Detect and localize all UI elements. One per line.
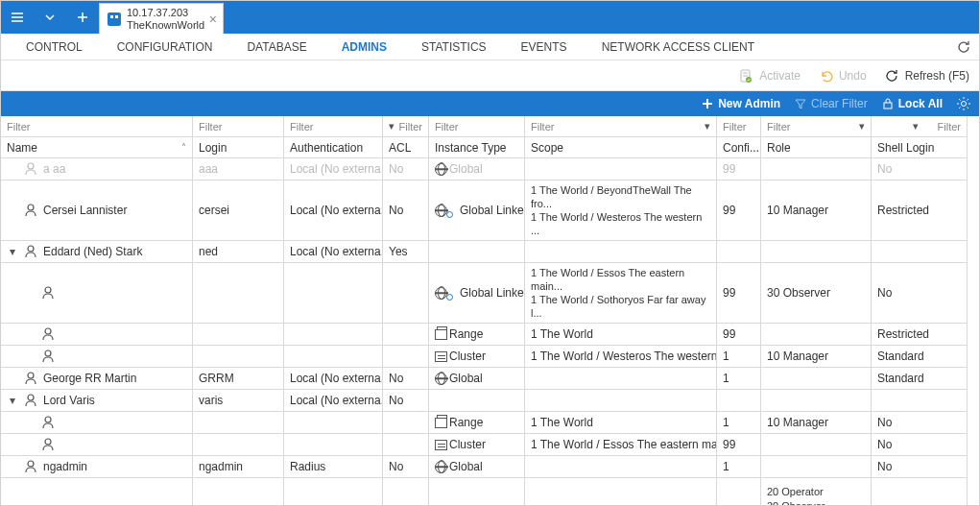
cell-instance[interactable] — [429, 390, 525, 412]
cell-name[interactable] — [1, 263, 193, 324]
cell-shell[interactable]: No — [872, 158, 968, 181]
cell-acl[interactable]: No — [383, 181, 429, 241]
filter-role[interactable]: Filter▾ — [761, 116, 872, 137]
cell-confi[interactable]: 1 — [717, 368, 761, 390]
cell-instance[interactable]: Global Linked — [429, 263, 525, 324]
cell-auth[interactable] — [284, 346, 383, 368]
col-role[interactable]: Role — [761, 137, 872, 158]
cell-instance[interactable] — [429, 241, 525, 263]
nav-network-access-client[interactable]: NETWORK ACCESS CLIENT — [585, 34, 772, 60]
cell-name[interactable] — [1, 324, 193, 346]
cell-auth[interactable]: Local (No externa... — [284, 390, 383, 412]
cell-shell[interactable]: No — [872, 263, 968, 324]
filter-scope[interactable]: Filter▾ — [525, 116, 717, 137]
cell-name[interactable]: nightKing — [1, 478, 193, 506]
cell-confi[interactable]: 99 — [717, 181, 761, 241]
refresh-icon-small[interactable] — [956, 39, 971, 55]
cell-name[interactable] — [1, 346, 193, 368]
cell-login[interactable] — [193, 324, 284, 346]
cell-instance[interactable]: Range — [429, 324, 525, 346]
cell-instance[interactable]: Cluster — [429, 478, 525, 506]
cell-auth[interactable]: Local (No externa... — [284, 368, 383, 390]
cell-login[interactable]: varis — [193, 390, 284, 412]
cell-scope[interactable]: 1 The World / Westeros The western ... — [525, 346, 717, 368]
cell-login[interactable] — [193, 412, 284, 434]
cell-shell[interactable] — [872, 390, 968, 412]
new-admin-button[interactable]: New Admin — [701, 97, 780, 110]
cell-scope[interactable] — [525, 456, 717, 478]
col-confi[interactable]: Confi... — [717, 137, 761, 158]
cell-login[interactable]: ned — [193, 241, 284, 263]
cell-role[interactable]: 10 Manager — [761, 412, 872, 434]
nav-control[interactable]: CONTROL — [9, 34, 100, 60]
nav-events[interactable]: EVENTS — [504, 34, 585, 60]
clear-filter-button[interactable]: Clear Filter — [794, 97, 868, 110]
cell-scope[interactable] — [525, 368, 717, 390]
cell-confi[interactable]: 1 — [717, 412, 761, 434]
cell-auth[interactable]: Local (No externa... — [284, 241, 383, 263]
cell-acl[interactable]: No — [383, 478, 429, 506]
cell-confi[interactable]: 99 — [717, 158, 761, 181]
refresh-button[interactable]: Refresh (F5) — [884, 68, 969, 84]
cell-name[interactable]: ngadmin — [1, 456, 193, 478]
cell-instance[interactable]: Cluster — [429, 346, 525, 368]
cell-acl[interactable] — [383, 434, 429, 456]
cell-role[interactable]: 10 Manager — [761, 181, 872, 241]
col-login[interactable]: Login — [193, 137, 284, 158]
cell-login[interactable]: aaa — [193, 158, 284, 181]
col-scope[interactable]: Scope — [525, 137, 717, 158]
cell-instance[interactable]: Global — [429, 456, 525, 478]
cell-acl[interactable] — [383, 324, 429, 346]
cell-login[interactable]: GRRM — [193, 368, 284, 390]
expand-icon[interactable]: ▾ — [7, 245, 18, 258]
cell-role[interactable] — [761, 390, 872, 412]
hamburger-icon[interactable] — [1, 1, 34, 34]
cell-scope[interactable]: 1 The World / BeyondTheWall The fro...1 … — [525, 181, 717, 241]
nav-statistics[interactable]: STATISTICS — [404, 34, 504, 60]
filter-auth[interactable]: Filter — [284, 116, 383, 137]
cell-shell[interactable]: Standard — [872, 368, 968, 390]
cell-login[interactable] — [193, 434, 284, 456]
cell-name[interactable]: Cersei Lannister — [1, 181, 193, 241]
cell-name[interactable]: ▾ Lord Varis — [1, 390, 193, 412]
col-name[interactable]: Name˄ — [1, 137, 193, 158]
nav-database[interactable]: DATABASE — [229, 34, 323, 60]
settings-gear-icon[interactable] — [956, 96, 971, 111]
cell-confi[interactable]: 99 — [717, 263, 761, 324]
cell-auth[interactable]: Local (No externa... — [284, 158, 383, 181]
col-instance[interactable]: Instance Type — [429, 137, 525, 158]
cell-auth[interactable]: Local (No externa... — [284, 181, 383, 241]
cell-acl[interactable]: No — [383, 158, 429, 181]
cell-shell[interactable]: No — [872, 434, 968, 456]
cell-scope[interactable]: 1 The World / Essos The eastern main...1… — [525, 263, 717, 324]
cell-role[interactable] — [761, 324, 872, 346]
nav-admins[interactable]: ADMINS — [324, 34, 404, 60]
cell-name[interactable]: George RR Martin — [1, 368, 193, 390]
cell-role[interactable] — [761, 241, 872, 263]
cell-login[interactable]: ngadmin — [193, 456, 284, 478]
cell-acl[interactable]: No — [383, 390, 429, 412]
cell-shell[interactable]: No — [872, 456, 968, 478]
cell-role[interactable]: 10 Manager — [761, 346, 872, 368]
filter-name[interactable]: Filter — [1, 116, 193, 137]
cell-name[interactable]: a aa — [1, 158, 193, 181]
new-tab-button[interactable] — [66, 1, 99, 34]
col-auth[interactable]: Authentication — [284, 137, 383, 158]
cell-role[interactable]: 30 Observer — [761, 263, 872, 324]
cell-scope[interactable] — [525, 390, 717, 412]
connection-tab[interactable]: 10.17.37.203 TheKnownWorld × — [99, 3, 224, 34]
cell-name[interactable]: ▾ Eddard (Ned) Stark — [1, 241, 193, 263]
cell-instance[interactable]: Cluster — [429, 434, 525, 456]
cell-confi[interactable]: 99 — [717, 434, 761, 456]
cell-role[interactable]: 20 Operator30 Observer40 Editor50 Admini… — [761, 478, 872, 506]
filter-login[interactable]: Filter — [193, 116, 284, 137]
cell-role[interactable] — [761, 158, 872, 181]
cell-login[interactable]: nightKing — [193, 478, 284, 506]
cell-acl[interactable]: No — [383, 368, 429, 390]
cell-scope[interactable]: 1 The World — [525, 412, 717, 434]
cell-role[interactable] — [761, 368, 872, 390]
cell-scope[interactable] — [525, 158, 717, 181]
close-icon[interactable]: × — [209, 12, 217, 27]
cell-login[interactable] — [193, 263, 284, 324]
filter-acl[interactable]: ▾Filter — [383, 116, 429, 137]
